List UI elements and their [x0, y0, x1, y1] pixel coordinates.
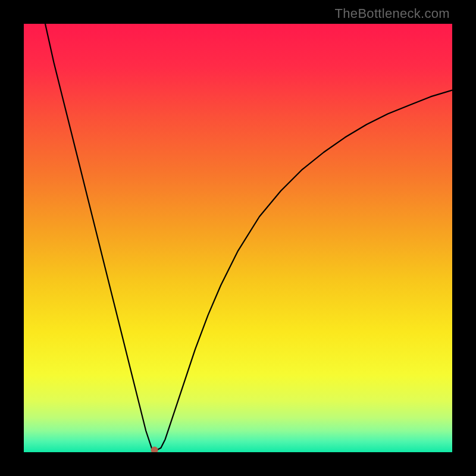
watermark-text: TheBottleneck.com — [335, 6, 450, 21]
bottleneck-curve — [24, 24, 452, 452]
plot-area — [24, 24, 452, 452]
chart-frame: TheBottleneck.com — [0, 0, 476, 476]
